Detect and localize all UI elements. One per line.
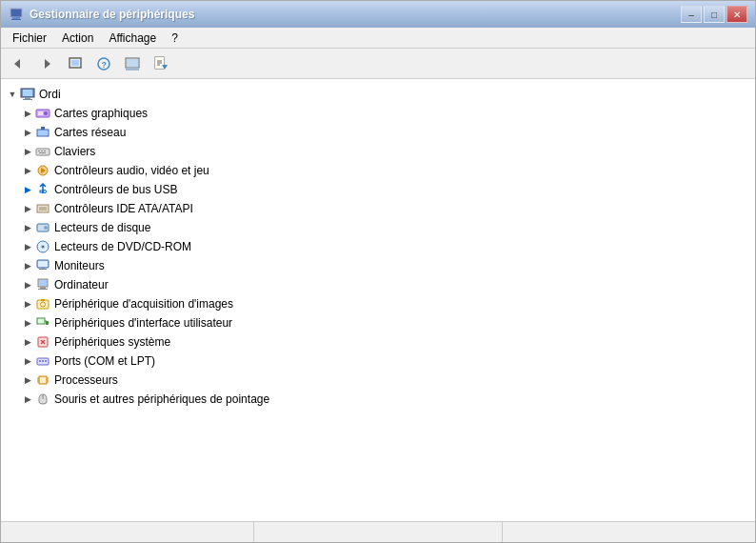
svg-rect-20 [25, 97, 30, 99]
tree-item-controleurs-ide[interactable]: ▶ Contrôleurs IDE ATA/ATAPI [1, 199, 755, 218]
icon-ports-com-lpt [35, 353, 50, 369]
forward-button[interactable] [33, 51, 60, 76]
expand-arrow[interactable]: ▶ [20, 353, 35, 369]
svg-rect-57 [37, 318, 45, 324]
label-3: Contrôleurs audio, vidéo et jeu [54, 164, 209, 177]
up-button[interactable] [62, 51, 89, 76]
svg-rect-35 [40, 191, 43, 192]
svg-rect-48 [41, 268, 45, 269]
svg-point-36 [44, 191, 47, 193]
expand-arrow[interactable]: ▶ [20, 239, 35, 254]
icon-ordinateur [35, 277, 50, 292]
device-tree[interactable]: ▼ Ordi ▶ Cartes graphiqu [1, 79, 755, 521]
svg-rect-56 [41, 299, 45, 301]
tree-root: ▼ Ordi ▶ Cartes graphiqu [1, 81, 755, 412]
expand-arrow[interactable]: ▶ [20, 315, 35, 331]
svg-rect-28 [36, 149, 50, 155]
expand-ordi[interactable]: ▼ [5, 87, 20, 102]
icon-peripherique-images [35, 296, 50, 312]
properties-button[interactable] [148, 51, 174, 76]
app-icon [9, 7, 24, 22]
tree-item-cartes-reseau[interactable]: ▶ Cartes réseau [1, 123, 755, 142]
expand-arrow[interactable]: ▶ [20, 334, 35, 350]
tree-item-controleurs-audio[interactable]: ▶ Contrôleurs audio, vidéo et jeu [1, 161, 755, 180]
view-button[interactable] [119, 51, 146, 76]
icon-lecteurs-disque [35, 220, 50, 235]
label-4: Contrôleurs de bus USB [54, 183, 177, 196]
svg-text:?: ? [102, 60, 108, 70]
svg-rect-54 [37, 300, 49, 309]
expand-arrow[interactable]: ▶ [20, 220, 35, 235]
label-2: Claviers [54, 145, 95, 158]
label-5: Contrôleurs IDE ATA/ATAPI [54, 202, 193, 215]
tree-item-claviers[interactable]: ▶ Claviers [1, 142, 755, 161]
window-title: Gestionnaire de périphériques [30, 8, 681, 21]
expand-arrow[interactable]: ▶ [20, 392, 35, 407]
status-segment-3 [503, 522, 751, 542]
label-9: Ordinateur [54, 278, 109, 292]
svg-rect-32 [39, 152, 46, 153]
tree-item-peripheriques-systeme[interactable]: ▶ Périphériques système [1, 332, 755, 352]
icon-souris [35, 392, 50, 407]
svg-rect-58 [46, 321, 49, 325]
svg-rect-53 [38, 289, 48, 290]
icon-controleurs-usb [35, 182, 50, 197]
icon-processeurs [35, 372, 50, 388]
expand-arrow[interactable]: ▶ [20, 125, 35, 140]
icon-peripheriques-interface [35, 315, 50, 331]
expand-arrow[interactable]: ▶ [20, 296, 35, 312]
menu-affichage[interactable]: Affichage [101, 30, 164, 47]
expand-arrow[interactable]: ▶ [20, 258, 35, 273]
main-window: Gestionnaire de périphériques – □ ✕ Fich… [0, 0, 756, 543]
expand-arrow[interactable]: ▶ [20, 201, 35, 216]
close-button[interactable]: ✕ [726, 6, 747, 23]
icon-ordi [20, 87, 35, 102]
help-button[interactable]: ? [90, 51, 117, 76]
label-7: Lecteurs de DVD/CD-ROM [54, 240, 191, 253]
menu-fichier[interactable]: Fichier [5, 30, 54, 47]
icon-controleurs-audio [35, 163, 50, 178]
label-1: Cartes réseau [54, 126, 126, 139]
svg-point-42 [46, 228, 47, 229]
tree-item-lecteurs-dvd[interactable]: ▶ Lecteurs de DVD/CD-ROM [1, 237, 755, 256]
minimize-button[interactable]: – [681, 6, 702, 23]
tree-item-processeurs[interactable]: ▶ Processeurs [1, 371, 755, 390]
svg-rect-2 [11, 19, 21, 20]
back-button[interactable] [5, 51, 31, 76]
svg-point-24 [44, 111, 48, 115]
svg-rect-30 [41, 151, 43, 151]
icon-lecteurs-dvd [35, 239, 50, 254]
tree-item-cartes-graphiques[interactable]: ▶ Cartes graphiques [1, 104, 755, 123]
status-bar [1, 521, 755, 542]
svg-rect-49 [39, 269, 47, 270]
menu-aide[interactable]: ? [164, 30, 186, 47]
tree-item-ports-com-lpt[interactable]: ▶ Ports (COM et LPT) [1, 352, 755, 371]
label-0: Cartes graphiques [54, 107, 148, 120]
tree-item-lecteurs-disque[interactable]: ▶ Lecteurs de disque [1, 218, 755, 237]
tree-item-ordi[interactable]: ▼ Ordi [1, 85, 755, 104]
svg-rect-11 [126, 68, 139, 70]
svg-rect-31 [44, 151, 46, 151]
label-12: Périphériques système [54, 335, 170, 349]
tree-item-controleurs-usb[interactable]: ▶ Contrôleurs de bus USB [1, 180, 755, 199]
expand-arrow[interactable]: ▶ [20, 182, 35, 197]
expand-arrow[interactable]: ▶ [20, 372, 35, 388]
expand-arrow[interactable]: ▶ [20, 163, 35, 178]
icon-moniteurs [35, 258, 50, 273]
tree-item-peripherique-images[interactable]: ▶ Périphérique d'acquisition d'images [1, 294, 755, 313]
maximize-button[interactable]: □ [704, 6, 725, 23]
svg-point-64 [39, 360, 41, 362]
expand-arrow[interactable]: ▶ [20, 277, 35, 292]
tree-item-peripheriques-interface[interactable]: ▶ Périphériques d'interface utilisateur [1, 313, 755, 332]
tree-item-ordinateur[interactable]: ▶ Ordinateur [1, 275, 755, 294]
tree-item-souris[interactable]: ▶ Souris et autres périphériques de poin… [1, 390, 755, 409]
expand-arrow[interactable]: ▶ [20, 144, 35, 159]
tree-item-moniteurs[interactable]: ▶ Moniteurs [1, 256, 755, 275]
svg-rect-37 [37, 205, 49, 212]
expand-arrow[interactable]: ▶ [20, 106, 35, 121]
title-bar: Gestionnaire de périphériques – □ ✕ [1, 1, 755, 28]
toolbar: ? [1, 49, 755, 79]
svg-point-65 [42, 360, 44, 362]
label-10: Périphérique d'acquisition d'images [54, 297, 233, 311]
menu-action[interactable]: Action [54, 30, 101, 47]
